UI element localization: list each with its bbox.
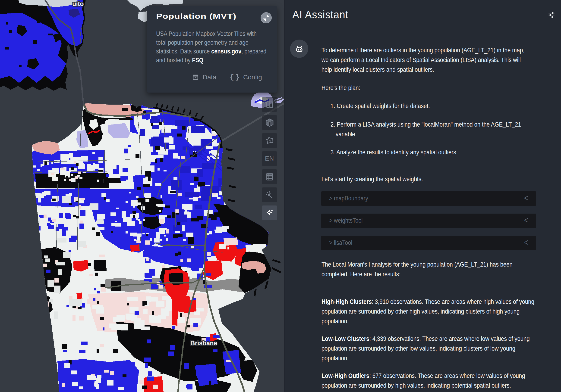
svg-text:uito: uito bbox=[72, 0, 84, 7]
svg-text:Brisbane: Brisbane bbox=[190, 340, 217, 347]
